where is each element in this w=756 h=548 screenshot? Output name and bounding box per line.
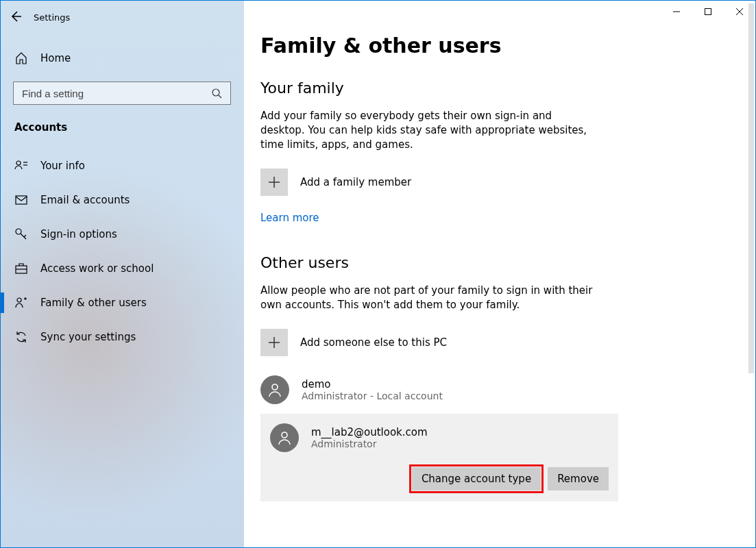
- learn-more-link[interactable]: Learn more: [260, 212, 319, 224]
- user-name: demo: [302, 378, 443, 390]
- svg-rect-5: [16, 196, 27, 204]
- user-row[interactable]: demo Administrator - Local account: [260, 371, 733, 408]
- window-title: Settings: [34, 11, 70, 23]
- svg-rect-13: [705, 9, 711, 15]
- change-account-type-button[interactable]: Change account type: [412, 467, 541, 490]
- main-panel: Family & other users Your family Add you…: [244, 1, 755, 547]
- plus-icon: [260, 329, 288, 356]
- svg-point-18: [272, 384, 278, 390]
- mail-icon: [14, 193, 28, 207]
- nav-label: Email & accounts: [40, 194, 130, 206]
- maximize-button[interactable]: [692, 1, 724, 23]
- add-family-member[interactable]: Add a family member: [260, 169, 733, 196]
- title-bar: Settings: [1, 1, 244, 32]
- svg-point-6: [16, 229, 21, 234]
- add-other-label: Add someone else to this PC: [300, 336, 447, 349]
- avatar-icon: [270, 423, 299, 452]
- category-heading: Accounts: [1, 108, 244, 145]
- nav-email-accounts[interactable]: Email & accounts: [1, 183, 244, 217]
- search-icon: [210, 86, 223, 100]
- user-role: Administrator - Local account: [302, 390, 443, 401]
- home-icon: [14, 51, 28, 65]
- people-add-icon: [14, 296, 28, 310]
- svg-point-0: [212, 89, 219, 96]
- svg-point-19: [282, 432, 287, 438]
- svg-line-1: [219, 95, 221, 98]
- nav-sign-in-options[interactable]: Sign-in options: [1, 217, 244, 251]
- back-button[interactable]: [1, 1, 31, 32]
- avatar-icon: [260, 375, 289, 404]
- key-icon: [14, 227, 28, 241]
- search-input[interactable]: [13, 82, 231, 105]
- search-field[interactable]: [21, 87, 202, 100]
- nav-list: Your info Email & accounts Sign-in optio…: [1, 149, 244, 354]
- nav-your-info[interactable]: Your info: [1, 149, 244, 183]
- page-title: Family & other users: [260, 34, 733, 58]
- svg-point-9: [17, 298, 21, 302]
- nav-label: Sync your settings: [40, 331, 136, 343]
- sidebar: Settings Home Accounts Your info: [1, 1, 244, 547]
- home-nav[interactable]: Home: [1, 45, 244, 72]
- sync-icon: [14, 330, 28, 344]
- other-users-description: Allow people who are not part of your fa…: [260, 284, 596, 312]
- nav-label: Your info: [40, 160, 85, 172]
- arrow-left-icon: [10, 10, 22, 23]
- nav-label: Access work or school: [40, 262, 154, 275]
- nav-access-work-school[interactable]: Access work or school: [1, 251, 244, 286]
- nav-sync-settings[interactable]: Sync your settings: [1, 320, 244, 354]
- user-badge-icon: [14, 159, 28, 173]
- nav-label: Family & other users: [40, 297, 147, 309]
- home-label: Home: [40, 52, 71, 64]
- briefcase-icon: [14, 262, 28, 275]
- user-row[interactable]: m__lab2@outlook.com Administrator: [270, 423, 609, 452]
- user-role: Administrator: [311, 438, 428, 449]
- other-users-heading: Other users: [260, 254, 733, 271]
- plus-icon: [260, 169, 288, 196]
- nav-family-other-users[interactable]: Family & other users: [1, 286, 244, 320]
- window-controls: [661, 1, 755, 23]
- family-heading: Your family: [260, 79, 733, 97]
- family-description: Add your family so everybody gets their …: [260, 109, 596, 152]
- remove-button[interactable]: Remove: [548, 467, 609, 490]
- minimize-button[interactable]: [661, 1, 692, 23]
- svg-point-2: [16, 161, 21, 165]
- scrollbar[interactable]: [748, 3, 754, 373]
- user-card-selected: m__lab2@outlook.com Administrator Change…: [260, 414, 618, 501]
- add-family-label: Add a family member: [300, 176, 411, 188]
- user-name: m__lab2@outlook.com: [311, 426, 428, 438]
- add-other-user[interactable]: Add someone else to this PC: [260, 329, 733, 356]
- nav-label: Sign-in options: [40, 228, 117, 240]
